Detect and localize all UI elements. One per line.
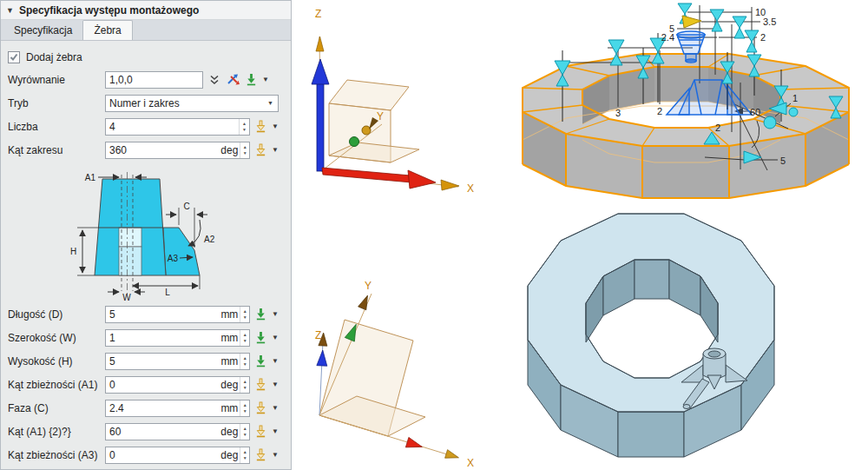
options-caret-icon[interactable]: ▼ [272, 357, 279, 365]
dim-value[interactable]: 5 [780, 156, 786, 166]
combo-caret-icon[interactable]: ▼ [267, 100, 278, 106]
x-axis-label: X [467, 182, 474, 195]
draft-a3-field: deg ▲▼ [105, 447, 250, 464]
add-ribs-checkbox[interactable] [8, 51, 20, 63]
z-axis-tip[interactable] [316, 36, 324, 51]
dim-value[interactable]: 3.5 [763, 17, 776, 27]
spinner-down-button[interactable]: ▼ [241, 150, 249, 156]
spinner-up-button[interactable]: ▲ [241, 355, 249, 361]
collapse-icon[interactable]: ▼ [6, 6, 14, 15]
spinner-down-button[interactable]: ▼ [241, 432, 249, 438]
triad-top-viewport: Z X Y [295, 0, 490, 239]
dim-value[interactable]: 60 [750, 107, 760, 117]
tab-specyfikacja[interactable]: Specyfikacja [3, 21, 82, 40]
unit-label: mm [220, 355, 240, 367]
spinner-up-button[interactable]: ▲ [241, 332, 249, 338]
apply-download-icon[interactable] [255, 120, 266, 133]
z-axis-arrow[interactable] [312, 59, 329, 171]
length-input[interactable] [106, 307, 220, 322]
options-caret-icon[interactable]: ▼ [262, 76, 269, 83]
apply-download-icon[interactable] [255, 448, 266, 461]
expand-chevrons-icon[interactable] [208, 74, 220, 86]
spinner-up-button[interactable]: ▲ [241, 426, 249, 432]
range-angle-label: Kąt zakresu [8, 144, 105, 156]
drag-handle-cone[interactable] [710, 10, 724, 31]
spinner-up-button[interactable]: ▲ [241, 402, 249, 408]
height-input[interactable] [106, 354, 220, 369]
height-field: mm ▲▼ [105, 353, 250, 370]
dim-label-l: L [165, 288, 170, 297]
angle-a1-field: deg ▲▼ [105, 423, 250, 440]
drag-handle-cone[interactable] [745, 30, 759, 52]
mode-combobox[interactable]: Numer i zakres ▼ [105, 95, 279, 112]
length-label: Długość (D) [8, 308, 105, 321]
tab-zebra[interactable]: Żebra [82, 20, 132, 40]
spinner-down-button[interactable]: ▼ [241, 455, 249, 461]
chamfer-field: mm ▲▼ [105, 400, 250, 417]
width-input[interactable] [106, 330, 220, 346]
apply-download-icon[interactable] [255, 143, 266, 156]
angle-a1-input[interactable] [106, 424, 220, 440]
tab-bar: Specyfikacja Żebra [1, 20, 291, 41]
spinner-up-button[interactable]: ▲ [241, 144, 249, 150]
options-caret-icon[interactable]: ▼ [272, 146, 279, 154]
x-axis-arrow[interactable] [322, 168, 436, 189]
apply-download-icon[interactable] [255, 308, 266, 321]
alignment-input[interactable] [106, 72, 202, 88]
options-caret-icon[interactable]: ▼ [272, 310, 279, 318]
options-caret-icon[interactable]: ▼ [272, 122, 279, 130]
spinner-up-button[interactable]: ▲ [240, 121, 248, 127]
spinner-up-button[interactable]: ▲ [241, 308, 249, 314]
spinner-down-button[interactable]: ▼ [241, 314, 249, 321]
options-caret-icon[interactable]: ▼ [272, 427, 279, 435]
x-axis-tip[interactable] [441, 180, 459, 190]
options-caret-icon[interactable]: ▼ [272, 451, 279, 459]
apply-download-icon[interactable] [255, 354, 266, 367]
apply-download-icon[interactable] [246, 73, 257, 86]
apply-download-icon[interactable] [255, 331, 266, 344]
swap-direction-icon[interactable] [226, 73, 240, 86]
mode-label: Tryb [8, 97, 105, 109]
range-angle-input[interactable] [106, 142, 220, 158]
drag-handle-sphere[interactable] [789, 108, 798, 116]
options-caret-icon[interactable]: ▼ [272, 381, 279, 388]
draft-a3-input[interactable] [106, 447, 220, 463]
draft-a3-label: Kąt zbieżności (A3) [8, 449, 105, 461]
options-caret-icon[interactable]: ▼ [272, 334, 279, 341]
dim-value[interactable]: 2 [657, 106, 662, 116]
dim-label-a3: A3 [168, 254, 179, 263]
width-field: mm ▲▼ [105, 329, 250, 347]
dim-label-c: C [183, 202, 189, 211]
active-drag-handle-cone[interactable] [682, 16, 701, 28]
spinner-down-button[interactable]: ▼ [240, 127, 248, 133]
spinner-up-button[interactable]: ▲ [241, 449, 249, 455]
z-axis-label: Z [315, 8, 321, 20]
dim-value[interactable]: 3 [615, 108, 621, 118]
y-axis-handle[interactable] [362, 126, 371, 135]
count-input[interactable] [106, 119, 239, 135]
drag-handle-cone[interactable] [733, 17, 746, 38]
dim-value[interactable]: 2.4 [661, 32, 674, 43]
draft-a1-input[interactable] [106, 377, 220, 393]
options-caret-icon[interactable]: ▼ [272, 404, 279, 412]
count-label: Liczba [8, 121, 105, 133]
dim-value[interactable]: 2 [715, 122, 720, 133]
check-icon [10, 53, 18, 62]
drag-handle-sphere[interactable] [764, 116, 776, 129]
spinner-down-button[interactable]: ▼ [241, 361, 249, 367]
spinner-down-button[interactable]: ▼ [241, 408, 249, 414]
dim-value[interactable]: 2 [760, 32, 766, 43]
model-preview-viewport: 10 3.5 5 2.4 2 3 2 2 60 5 1 [490, 0, 868, 200]
apply-download-icon[interactable] [255, 425, 266, 438]
count-field: ▲▼ [105, 118, 250, 136]
chamfer-input[interactable] [106, 400, 220, 416]
result-ring-model [528, 214, 774, 457]
spinner-down-button[interactable]: ▼ [241, 385, 249, 391]
dim-value[interactable]: 1 [792, 93, 798, 103]
apply-download-icon[interactable] [255, 401, 266, 414]
dim-label-w: W [122, 293, 131, 302]
apply-download-icon[interactable] [255, 378, 266, 391]
spinner-down-button[interactable]: ▼ [241, 338, 249, 344]
spinner-up-button[interactable]: ▲ [241, 379, 249, 385]
y-axis-handle[interactable] [350, 137, 359, 147]
